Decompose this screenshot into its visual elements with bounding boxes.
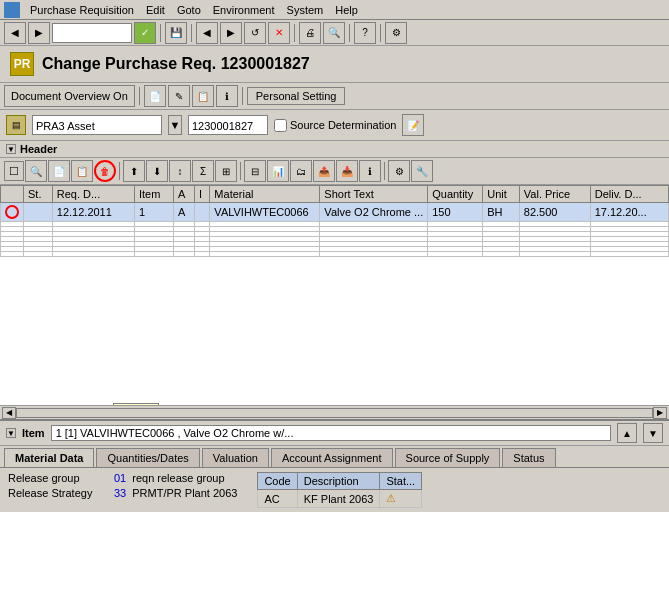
tab-valuation[interactable]: Valuation <box>202 448 269 467</box>
personal-setting-button[interactable]: Personal Setting <box>247 87 346 105</box>
stop-btn[interactable]: ✕ <box>268 22 290 44</box>
menu-purchase-requisition[interactable]: Purchase Requisition <box>24 2 140 18</box>
inner-table: Code Description Stat... AC KF Plant 206… <box>257 472 422 508</box>
menu-edit[interactable]: Edit <box>140 2 171 18</box>
tb-icon4[interactable]: ℹ <box>216 85 238 107</box>
hscroll-bar[interactable]: ◀ ▶ <box>0 405 669 419</box>
command-field[interactable] <box>52 23 132 43</box>
tb2-btn12[interactable]: ⚙ <box>388 160 410 182</box>
bottom-content: Release group 01 reqn release group Rele… <box>0 468 669 512</box>
nav-back-btn[interactable]: ◀ <box>196 22 218 44</box>
header-title: Header <box>20 143 57 155</box>
release-group-label: Release group <box>8 472 108 484</box>
menu-bar: Purchase Requisition Edit Goto Environme… <box>0 0 669 20</box>
row-select-icon: ☐ <box>4 161 24 181</box>
doc-type-icon: ▤ <box>6 115 26 135</box>
tab-status[interactable]: Status <box>502 448 555 467</box>
tb2-btn6[interactable]: ⊟ <box>244 160 266 182</box>
cell-a: A <box>173 203 194 222</box>
doc-number-field[interactable]: 1230001827 <box>188 115 268 135</box>
tb2-btn7[interactable]: 📊 <box>267 160 289 182</box>
title-icon: PR <box>10 52 34 76</box>
tb2-btn1[interactable]: ⬆ <box>123 160 145 182</box>
tb2-btn2[interactable]: ⬇ <box>146 160 168 182</box>
cell-unit: BH <box>483 203 520 222</box>
find-btn[interactable]: 🔍 <box>323 22 345 44</box>
tab-account-assignment[interactable]: Account Assignment <box>271 448 393 467</box>
scroll-track[interactable] <box>16 408 653 418</box>
menu-goto[interactable]: Goto <box>171 2 207 18</box>
cell-req-date: 12.12.2011 <box>52 203 134 222</box>
col-st: St. <box>24 186 53 203</box>
row-marker-cell <box>1 203 24 222</box>
refresh-btn[interactable]: ↺ <box>244 22 266 44</box>
search-btn[interactable]: 🔍 <box>25 160 47 182</box>
tb2-btn4[interactable]: Σ <box>192 160 214 182</box>
inner-table-row[interactable]: AC KF Plant 2063 ⚠ <box>258 490 422 508</box>
release-strategy-code: 33 <box>114 487 126 499</box>
tb-icon2[interactable]: ✎ <box>168 85 190 107</box>
tb2-btn9[interactable]: 📤 <box>313 160 335 182</box>
tab-quantities-dates[interactable]: Quantities/Dates <box>96 448 199 467</box>
header-collapse-btn[interactable]: ▼ <box>6 144 16 154</box>
item-nav-down-btn[interactable]: ▼ <box>643 423 663 443</box>
item-nav-up-btn[interactable]: ▲ <box>617 423 637 443</box>
tab-material-data[interactable]: Material Data <box>4 448 94 467</box>
table-row-empty-7[interactable] <box>1 252 669 257</box>
doc-overview-button[interactable]: Document Overview On <box>4 85 135 107</box>
menu-environment[interactable]: Environment <box>207 2 281 18</box>
print-btn[interactable]: 🖨 <box>299 22 321 44</box>
tb2-btn5[interactable]: ⊞ <box>215 160 237 182</box>
doc-type-field[interactable]: PRA3 Asset <box>32 115 162 135</box>
customize-btn[interactable]: ⚙ <box>385 22 407 44</box>
scroll-left-btn[interactable]: ◀ <box>2 407 16 419</box>
cell-val-price: 82.500 <box>519 203 590 222</box>
header-section: ▼ Header <box>0 141 669 158</box>
tb2-btn13[interactable]: 🔧 <box>411 160 433 182</box>
doc-type-dropdown[interactable]: ▼ <box>168 115 182 135</box>
scroll-right-btn[interactable]: ▶ <box>653 407 667 419</box>
inner-col-desc: Description <box>297 473 380 490</box>
col-marker <box>1 186 24 203</box>
data-table-container: St. Req. D... Item A I Material Short Te… <box>0 185 669 405</box>
menu-help[interactable]: Help <box>329 2 364 18</box>
tb2-btn3[interactable]: ↕ <box>169 160 191 182</box>
app-icon <box>4 2 20 18</box>
source-determination-checkbox[interactable] <box>274 119 287 132</box>
release-strategy-text: PRMT/PR Plant 2063 <box>132 487 237 499</box>
delete-tooltip: Delete <box>113 403 159 405</box>
inner-cell-status: ⚠ <box>380 490 422 508</box>
tb2-btn8[interactable]: 🗂 <box>290 160 312 182</box>
inner-table-container: Code Description Stat... AC KF Plant 206… <box>257 472 422 508</box>
back-btn[interactable]: ◀ <box>4 22 26 44</box>
item-collapse-btn[interactable]: ▼ <box>6 428 16 438</box>
enter-btn[interactable]: ✓ <box>134 22 156 44</box>
save-btn[interactable]: 💾 <box>165 22 187 44</box>
col-material: Material <box>210 186 320 203</box>
forward-btn[interactable]: ▶ <box>28 22 50 44</box>
form-info-btn[interactable]: 📝 <box>402 114 424 136</box>
tb-icon1[interactable]: 📄 <box>144 85 166 107</box>
title-bar: PR Change Purchase Req. 1230001827 <box>0 46 669 83</box>
second-toolbar: ☐ 🔍 📄 📋 🗑 ⬆ ⬇ ↕ Σ ⊞ ⊟ 📊 🗂 📤 📥 ℹ ⚙ 🔧 <box>0 158 669 185</box>
tab-source-of-supply[interactable]: Source of Supply <box>395 448 501 467</box>
cell-i <box>194 203 209 222</box>
details-btn[interactable]: 📄 <box>48 160 70 182</box>
menu-system[interactable]: System <box>281 2 330 18</box>
tb2-btn11[interactable]: ℹ <box>359 160 381 182</box>
form-area: ▤ PRA3 Asset ▼ 1230001827 Source Determi… <box>0 110 669 141</box>
item-panel-title: Item <box>22 427 45 439</box>
help-btn[interactable]: ? <box>354 22 376 44</box>
nav-fwd-btn[interactable]: ▶ <box>220 22 242 44</box>
col-a: A <box>173 186 194 203</box>
copy-btn[interactable]: 📋 <box>71 160 93 182</box>
table-row[interactable]: 12.12.2011 1 A VALVIHWTEC0066 Valve O2 C… <box>1 203 669 222</box>
col-deliv-date: Deliv. D... <box>590 186 668 203</box>
release-strategy-label: Release Strategy <box>8 487 108 499</box>
left-form: Release group 01 reqn release group Rele… <box>8 472 237 508</box>
tab-bar: Material Data Quantities/Dates Valuation… <box>0 446 669 468</box>
tb-icon3[interactable]: 📋 <box>192 85 214 107</box>
tb2-btn10[interactable]: 📥 <box>336 160 358 182</box>
col-short-text: Short Text <box>320 186 428 203</box>
delete-btn[interactable]: 🗑 <box>94 160 116 182</box>
